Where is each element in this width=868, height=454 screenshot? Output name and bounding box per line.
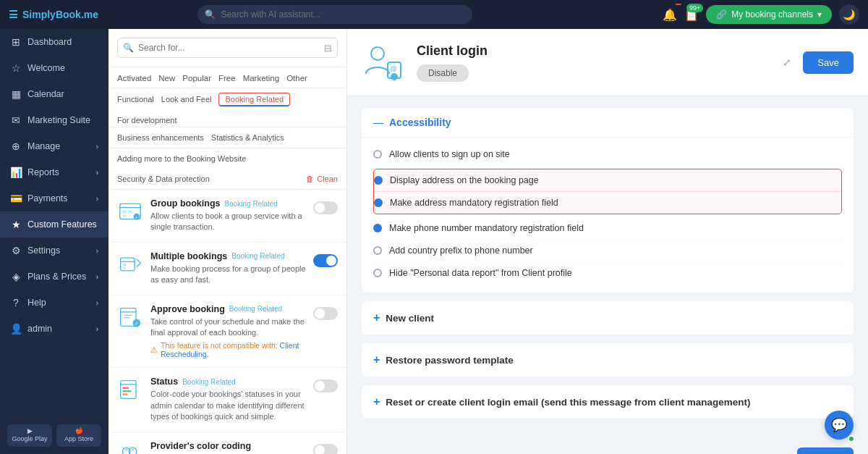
my-booking-channels-button[interactable]: 🔗 My booking channels ▾	[706, 5, 832, 24]
toggle-approve-booking[interactable]	[313, 307, 338, 320]
group-bookings-toggle[interactable]	[313, 198, 338, 214]
sidebar-item-manage[interactable]: ⊕ Manage ›	[0, 133, 109, 159]
feature-item-approve-booking[interactable]: ✓ Approve booking Booking Related Take c…	[109, 295, 346, 369]
tab-for-development[interactable]: For development	[117, 114, 177, 127]
dark-mode-toggle[interactable]: 🌙	[839, 4, 859, 25]
notif-badge	[676, 4, 681, 5]
feature-item-multiple-bookings[interactable]: Multiple bookings Booking Related Make b…	[109, 243, 346, 295]
tab-free[interactable]: Free	[218, 72, 236, 85]
option-country-prefix[interactable]: Add country prefix to phone number	[373, 240, 842, 262]
save-button-bottom[interactable]: Save	[797, 447, 854, 454]
toggle-group-bookings[interactable]	[313, 201, 338, 214]
features-search-input[interactable]	[117, 38, 338, 58]
sidebar-item-settings[interactable]: ⚙ Settings ›	[0, 237, 109, 264]
feature-title-status: Status Booking Related	[150, 377, 306, 387]
tab-booking-related[interactable]: Booking Related	[218, 93, 290, 106]
feature-item-color-coding[interactable]: Provider's color coding Booking Related …	[109, 432, 346, 454]
search-input[interactable]	[197, 5, 472, 24]
sidebar-item-marketing[interactable]: ✉ Marketing Suite	[0, 107, 109, 133]
toggle-status[interactable]	[313, 379, 338, 392]
tab-statistics[interactable]: Statistics & Analytics	[211, 131, 284, 144]
tasks-button[interactable]: 📋 99+	[684, 8, 699, 22]
chevron-right-icon: ›	[96, 325, 98, 333]
expand-icon[interactable]: ⤢	[783, 56, 791, 68]
accessibility-title: Accessibility	[389, 117, 451, 128]
sidebar-item-payments[interactable]: 💳 Payments ›	[0, 185, 109, 211]
svg-rect-3	[128, 210, 132, 213]
sidebar-item-plans[interactable]: ◈ Plans & Prices ›	[0, 264, 109, 290]
detail-title: Client login	[417, 43, 771, 59]
accessibility-section-header[interactable]: — Accessibility	[362, 108, 854, 138]
chevron-right-icon: ›	[96, 143, 98, 151]
app-store-button[interactable]: 🍎 App Store	[56, 424, 101, 447]
settings-icon: ⚙	[10, 245, 22, 256]
features-search-icon: 🔍	[123, 43, 134, 53]
clean-button[interactable]: 🗑 Clean	[306, 172, 338, 185]
tab-activated[interactable]: Activated	[117, 72, 151, 85]
svg-rect-7	[121, 258, 135, 271]
feature-title-approve-booking: Approve booking Booking Related	[150, 304, 306, 314]
admin-icon: 👤	[10, 323, 22, 335]
svg-rect-21	[122, 394, 127, 396]
tab-marketing[interactable]: Marketing	[243, 72, 280, 85]
rescheduling-link[interactable]: Client Rescheduling.	[161, 341, 299, 358]
sidebar-item-welcome[interactable]: ☆ Welcome	[0, 55, 109, 81]
toggle-multiple-bookings[interactable]	[313, 254, 338, 267]
sidebar-item-custom-features[interactable]: ★ Custom Features	[0, 211, 109, 237]
feature-item-status[interactable]: Status Booking Related Color-code your b…	[109, 368, 346, 432]
multiple-bookings-icon	[117, 251, 143, 277]
feature-item-group-bookings[interactable]: + Group bookings Booking Related Allow c…	[109, 190, 346, 243]
manage-icon: ⊕	[10, 140, 22, 152]
section-collapse-icon: —	[373, 117, 383, 128]
notifications-button[interactable]: 🔔	[663, 8, 677, 22]
option-display-address[interactable]: Display address on the booking page	[374, 169, 841, 192]
option-address-mandatory[interactable]: Make address mandatory registration fiel…	[374, 192, 841, 214]
sidebar-item-reports[interactable]: 📊 Reports ›	[0, 159, 109, 185]
tab-adding-more[interactable]: Adding more to the Booking Website	[117, 152, 246, 165]
marketing-icon: ✉	[10, 114, 22, 126]
new-client-header[interactable]: + New client	[362, 301, 854, 335]
disable-button[interactable]: Disable	[417, 64, 469, 82]
tab-business[interactable]: Business enhancements	[117, 131, 204, 144]
option-allow-signup[interactable]: Allow clients to sign up on site	[373, 143, 842, 166]
chevron-right-icon: ›	[96, 195, 98, 203]
tab-new[interactable]: New	[158, 72, 175, 85]
tab-functional[interactable]: Functional	[117, 93, 154, 106]
sidebar-item-help[interactable]: ? Help ›	[0, 290, 109, 316]
approve-booking-toggle[interactable]	[313, 304, 338, 320]
calendar-icon: ▦	[10, 88, 22, 100]
save-button-top[interactable]: Save	[803, 51, 854, 74]
google-play-button[interactable]: ▶ Google Play	[7, 424, 52, 447]
color-coding-toggle[interactable]	[313, 441, 338, 454]
custom-features-icon: ★	[10, 219, 22, 230]
option-phone-mandatory[interactable]: Make phone number mandatory registration…	[373, 217, 842, 240]
svg-rect-17	[121, 381, 136, 399]
tab-security[interactable]: Security & Data protection	[117, 172, 210, 185]
detail-header-info: Client login Disable	[417, 43, 771, 82]
sidebar-item-dashboard[interactable]: ⊞ Dashboard	[0, 29, 109, 55]
tab-popular[interactable]: Popular	[182, 72, 211, 85]
sidebar-item-admin[interactable]: 👤 admin ›	[0, 316, 109, 342]
toggle-color-coding[interactable]	[313, 444, 338, 454]
sidebar-bottom: ▶ Google Play 🍎 App Store	[0, 417, 109, 454]
color-coding-icon	[117, 441, 143, 454]
new-client-section: + New client	[362, 301, 854, 335]
status-toggle[interactable]	[313, 377, 338, 392]
sidebar-item-calendar[interactable]: ▦ Calendar	[0, 81, 109, 107]
detail-footer: Save	[347, 439, 868, 454]
chevron-down-icon: ▾	[817, 9, 822, 20]
app-body: ⊞ Dashboard ☆ Welcome ▦ Calendar ✉ Marke…	[0, 29, 868, 454]
option-dot	[373, 150, 382, 159]
option-hide-personal-data[interactable]: Hide "Personal data report" from Client …	[373, 262, 842, 284]
svg-rect-19	[122, 387, 129, 390]
multiple-bookings-toggle[interactable]	[313, 251, 338, 267]
tab-other[interactable]: Other	[286, 72, 307, 85]
reset-email-header[interactable]: + Reset or create client login email (se…	[362, 385, 854, 419]
filter-icon[interactable]: ⊟	[324, 43, 332, 54]
restore-password-header[interactable]: + Restore password template	[362, 343, 854, 377]
svg-rect-10	[123, 267, 126, 269]
features-subtabs: Functional Look and Feel Booking Related…	[109, 88, 346, 127]
logo-icon: ☰	[9, 9, 18, 20]
tab-look-and-feel[interactable]: Look and Feel	[161, 93, 212, 106]
accessibility-section-body: Allow clients to sign up on site Display…	[362, 138, 854, 293]
